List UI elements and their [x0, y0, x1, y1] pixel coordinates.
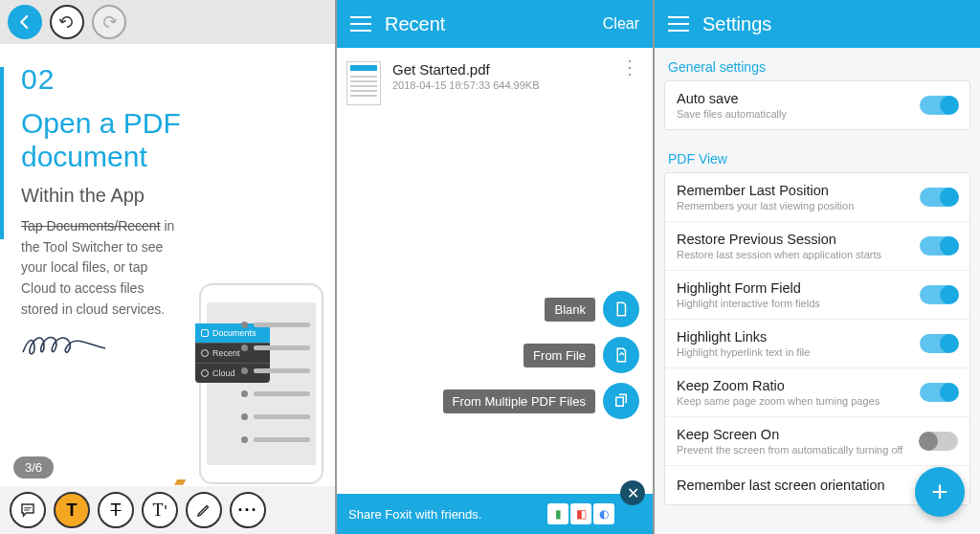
text-caret-icon: Tꞌ — [153, 501, 167, 521]
signature-icon — [21, 333, 107, 360]
toggle-remember-position[interactable] — [920, 188, 958, 207]
file-meta: 2018-04-15 18:57:33 644.99KB — [392, 79, 605, 91]
file-import-icon — [612, 346, 630, 364]
highlight-tool-button[interactable]: T — [54, 492, 90, 528]
comment-tool-button[interactable] — [10, 492, 46, 528]
file-info: Get Started.pdf 2018-04-15 18:57:33 644.… — [392, 61, 605, 91]
toggle-keep-zoom[interactable] — [920, 383, 958, 402]
page-number-heading: 02 — [21, 63, 314, 96]
fab-from-file[interactable]: From File — [523, 337, 639, 373]
recent-title: Recent — [385, 13, 590, 35]
setting-desc: Restore last session when application st… — [677, 249, 910, 260]
strikethrough-tool-button[interactable]: T — [98, 492, 134, 528]
menu-button[interactable] — [668, 16, 689, 32]
fab-blank-button[interactable] — [603, 291, 639, 327]
setting-keep-zoom[interactable]: Keep Zoom Ratio Keep same page zoom when… — [665, 367, 969, 416]
undo-button[interactable] — [50, 5, 84, 39]
mini-menu-label: Cloud — [212, 368, 235, 378]
pencil-tool-button[interactable] — [186, 492, 222, 528]
pdf-view-group: Remember Last Position Remembers your la… — [664, 172, 970, 505]
setting-desc: Highlight hyperlink text in file — [677, 346, 910, 358]
toggle-highlight-links[interactable] — [920, 334, 958, 353]
pencil-icon — [195, 501, 212, 519]
page-indicator[interactable]: 3/6 — [13, 456, 54, 478]
share-app-icon[interactable]: ◧ — [570, 503, 591, 524]
setting-title: Auto save — [677, 91, 910, 106]
setting-title: Remember last screen orientation — [677, 478, 910, 493]
share-app-icon[interactable]: ◐ — [593, 503, 614, 524]
viewer-topbar — [0, 0, 335, 44]
phone-illustration: Documents Recent Cloud — [199, 283, 323, 484]
page-subtitle: Within the App — [21, 185, 314, 207]
setting-title: Highlight Form Field — [677, 280, 910, 296]
text-highlight-icon: T — [67, 501, 78, 521]
section-pdf-view: PDF View — [660, 140, 974, 172]
settings-header: Settings — [655, 0, 980, 48]
fab-label: Blank — [545, 298, 595, 322]
setting-title: Highlight Links — [677, 329, 910, 345]
recent-list: Get Started.pdf 2018-04-15 18:57:33 644.… — [337, 48, 653, 494]
file-options-button[interactable]: ⋮ — [616, 61, 643, 73]
mini-menu-label: Recent — [212, 348, 240, 358]
plus-icon: + — [931, 476, 948, 508]
setting-highlight-form[interactable]: Highlight Form Field Highlight interacti… — [665, 270, 969, 319]
files-multiple-icon — [612, 392, 630, 410]
setting-title: Restore Previous Session — [677, 232, 910, 247]
strikethrough-text: Tap Documents/Recent — [21, 218, 161, 234]
share-text: Share Foxit with friends. — [348, 507, 481, 522]
page-title-line1: Open a PDF — [21, 107, 181, 139]
toggle-restore-session[interactable] — [920, 236, 958, 256]
document-page[interactable]: 02 Open a PDF document Within the App Ta… — [0, 44, 335, 486]
fab-from-multiple-button[interactable] — [603, 383, 639, 419]
toggle-auto-save[interactable] — [920, 96, 958, 115]
recent-header: Recent Clear — [337, 0, 653, 48]
fab-label: From File — [523, 344, 595, 367]
page-title: Open a PDF document — [21, 107, 314, 173]
close-banner-button[interactable]: ✕ — [620, 480, 645, 505]
fab-from-multiple[interactable]: From Multiple PDF Files — [443, 383, 639, 419]
setting-desc: Remembers your last viewing position — [677, 200, 910, 211]
text-strike-icon: T — [111, 501, 122, 521]
text-caret-tool-button[interactable]: Tꞌ — [142, 492, 178, 528]
fab-from-file-button[interactable] — [603, 337, 639, 373]
more-icon: ··· — [237, 501, 257, 521]
more-tools-button[interactable]: ··· — [230, 492, 266, 528]
toggle-keep-screen-on[interactable] — [920, 432, 958, 451]
arrow-left-icon — [16, 13, 33, 31]
share-banner[interactable]: Share Foxit with friends. ▮ ◧ ◐ ✕ — [337, 494, 653, 534]
file-row[interactable]: Get Started.pdf 2018-04-15 18:57:33 644.… — [346, 61, 643, 105]
setting-title: Keep Zoom Ratio — [677, 378, 910, 393]
settings-title: Settings — [702, 13, 771, 35]
setting-desc: Highlight interactive form fields — [677, 298, 910, 309]
blank-doc-icon — [612, 300, 630, 318]
setting-restore-session[interactable]: Restore Previous Session Restore last se… — [665, 221, 969, 270]
setting-title: Keep Screen On — [677, 427, 910, 442]
setting-auto-save[interactable]: Auto save Save files automatically — [665, 81, 969, 129]
redo-icon — [100, 13, 118, 31]
clear-button[interactable]: Clear — [603, 15, 639, 33]
viewer-toolbar: T T Tꞌ ··· — [0, 486, 335, 534]
share-app-icon[interactable]: ▮ — [547, 503, 568, 524]
section-general: General settings — [660, 48, 974, 80]
recent-panel: Recent Clear Get Started.pdf 2018-04-15 … — [337, 0, 655, 534]
page-title-line2: document — [21, 141, 147, 172]
menu-button[interactable] — [350, 16, 371, 32]
add-fab-button[interactable]: + — [915, 467, 965, 517]
setting-desc: Prevent the screen from automatically tu… — [677, 444, 910, 456]
settings-body[interactable]: General settings Auto save Save files au… — [655, 48, 980, 534]
file-name: Get Started.pdf — [392, 61, 605, 78]
setting-remember-position[interactable]: Remember Last Position Remembers your la… — [665, 173, 969, 221]
back-button[interactable] — [8, 5, 42, 39]
undo-icon — [58, 13, 76, 31]
setting-keep-screen-on[interactable]: Keep Screen On Prevent the screen from a… — [665, 416, 969, 465]
pdf-thumbnail-icon — [346, 61, 381, 105]
general-group: Auto save Save files automatically — [664, 80, 970, 130]
fab-blank[interactable]: Blank — [545, 291, 639, 327]
create-fab-menu: Blank From File From Multiple PDF Files — [443, 291, 639, 419]
fab-label: From Multiple PDF Files — [443, 389, 595, 413]
page-body-text: Tap Documents/Recent in the Tool Switche… — [21, 216, 184, 320]
toggle-highlight-form[interactable] — [920, 285, 958, 304]
setting-title: Remember Last Position — [677, 183, 910, 198]
accent-bar — [0, 67, 4, 239]
setting-highlight-links[interactable]: Highlight Links Highlight hyperlink text… — [665, 319, 969, 367]
